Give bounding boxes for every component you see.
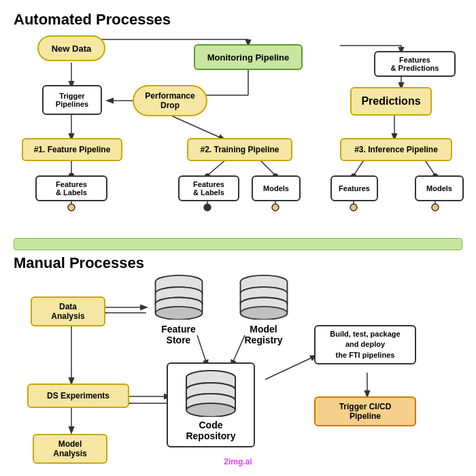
model-registry-container: Model Registry (224, 274, 303, 345)
features1-box: Features (330, 175, 378, 201)
predictions-box: Predictions (350, 87, 432, 116)
model-analysis-box: Model Analysis (33, 434, 107, 464)
manual-title: Manual Processes (14, 254, 462, 272)
code-repo-container: Code Repository (167, 362, 255, 447)
automated-section: Automated Processes (7, 7, 469, 238)
svg-point-58 (155, 307, 202, 320)
feat-labels2-box: Features & Labels (178, 175, 239, 201)
trigger-cicd-box: Trigger CI/CD Pipeline (314, 396, 416, 426)
new-data-box: New Data (37, 35, 105, 61)
trigger-pipelines-box: Trigger Pipelines (42, 85, 102, 115)
svg-point-32 (432, 204, 439, 211)
model-registry-icon (237, 274, 291, 320)
code-repo-icon (184, 369, 238, 417)
pipeline3-box: #3. Inference Pipeline (340, 138, 452, 161)
code-repo-label: Code Repository (186, 420, 235, 441)
feat-labels1-box: Features & Labels (35, 175, 107, 201)
pipeline1-box: #1. Feature Pipeline (22, 138, 122, 161)
watermark: 2img.ai (224, 457, 252, 466)
main-container: Automated Processes (0, 0, 476, 476)
svg-line-40 (265, 356, 316, 379)
ds-experiments-box: DS Experiments (27, 384, 129, 408)
features-predictions-box: Features & Predictions (374, 51, 456, 77)
feature-store-icon (152, 274, 206, 320)
models2-box: Models (415, 175, 464, 201)
svg-point-16 (68, 204, 75, 211)
build-test-box: Build, test, package and deploy the FTI … (314, 325, 416, 364)
manual-section: Manual Processes (7, 250, 469, 469)
automated-title: Automated Processes (14, 11, 462, 29)
data-analysis-box: Data Analysis (31, 296, 105, 326)
svg-point-24 (272, 204, 279, 211)
pipeline2-box: #2. Training Pipeline (187, 138, 292, 161)
model-registry-label: Model Registry (244, 324, 282, 345)
feature-store-container: Feature Store (139, 274, 218, 345)
section-divider (14, 238, 462, 250)
models1-box: Models (252, 175, 301, 201)
performance-drop-box: Performance Drop (133, 85, 207, 116)
svg-point-20 (204, 204, 211, 211)
feature-store-label: Feature Store (161, 324, 196, 345)
svg-point-28 (350, 204, 357, 211)
svg-point-88 (186, 403, 235, 417)
monitoring-pipeline-box: Monitoring Pipeline (194, 44, 303, 70)
svg-point-73 (240, 307, 287, 320)
svg-line-13 (168, 114, 224, 139)
